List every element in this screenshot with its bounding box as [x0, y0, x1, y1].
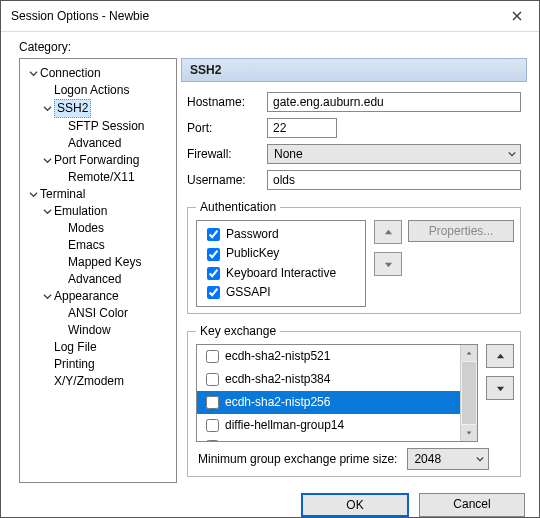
titlebar: Session Options - Newbie	[1, 1, 539, 32]
auth-item: GSSAPI	[203, 283, 359, 302]
dialog-footer: OK Cancel	[1, 483, 539, 518]
kx-min-combo[interactable]: 2048	[407, 448, 489, 470]
kx-check[interactable]	[206, 396, 219, 409]
auth-check-keyboard[interactable]	[207, 267, 220, 280]
kx-legend: Key exchange	[196, 324, 280, 338]
tree-mapped-keys[interactable]: Mapped Keys	[54, 254, 141, 271]
auth-check-password[interactable]	[207, 228, 220, 241]
chevron-down-icon[interactable]	[40, 292, 54, 301]
auth-move-up[interactable]	[374, 220, 402, 244]
hostname-input[interactable]	[267, 92, 521, 112]
tree-terminal[interactable]: Terminal	[40, 187, 85, 201]
kx-scrollbar[interactable]	[460, 345, 477, 441]
session-options-dialog: Session Options - Newbie Category: Conne…	[0, 0, 540, 518]
kx-check[interactable]	[206, 350, 219, 363]
hostname-label: Hostname:	[187, 95, 257, 109]
kx-min-label: Minimum group exchange prime size:	[198, 452, 397, 466]
auth-move-down[interactable]	[374, 252, 402, 276]
kx-item: diffie-hellman-group-exchange-sha256	[197, 437, 460, 441]
port-label: Port:	[187, 121, 257, 135]
tree-log-file[interactable]: Log File	[40, 339, 97, 356]
chevron-down-icon[interactable]	[40, 156, 54, 165]
category-tree[interactable]: Connection Logon Actions SSH2 SFTP Sessi…	[19, 58, 177, 483]
auth-check-publickey[interactable]	[207, 248, 220, 261]
settings-pane: SSH2 Hostname: Port: Firewall: None User…	[181, 58, 527, 483]
firewall-value: None	[274, 147, 303, 161]
tree-connection[interactable]: Connection	[40, 66, 101, 80]
chevron-down-icon[interactable]	[26, 69, 40, 78]
ok-button[interactable]: OK	[301, 493, 409, 517]
auth-item: PublicKey	[203, 244, 359, 263]
kx-check[interactable]	[206, 419, 219, 432]
tree-advanced-ssh[interactable]: Advanced	[54, 135, 121, 152]
kx-item-selected: ecdh-sha2-nistp256	[197, 391, 460, 414]
tree-ansi-color[interactable]: ANSI Color	[54, 305, 128, 322]
dialog-body: Category: Connection Logon Actions SSH2 …	[1, 32, 539, 518]
kx-group: Key exchange ecdh-sha2-nistp521 ecdh-sha…	[187, 324, 521, 477]
close-icon	[512, 11, 522, 21]
tree-sftp-session[interactable]: SFTP Session	[54, 118, 144, 135]
firewall-label: Firewall:	[187, 147, 257, 161]
tree-remote-x11[interactable]: Remote/X11	[54, 169, 135, 186]
kx-list[interactable]: ecdh-sha2-nistp521 ecdh-sha2-nistp384 ec…	[196, 344, 478, 442]
kx-check[interactable]	[206, 373, 219, 386]
kx-move-down[interactable]	[486, 376, 514, 400]
kx-item: ecdh-sha2-nistp384	[197, 368, 460, 391]
auth-side: Properties...	[374, 220, 514, 307]
chevron-down-icon[interactable]	[26, 190, 40, 199]
auth-group: Authentication Password PublicKey Keyboa…	[187, 200, 521, 314]
tree-xyzmodem[interactable]: X/Y/Zmodem	[40, 373, 124, 390]
form-grid: Hostname: Port: Firewall: None Username:	[181, 82, 527, 196]
auth-legend: Authentication	[196, 200, 280, 214]
auth-check-gssapi[interactable]	[207, 286, 220, 299]
tree-logon-actions[interactable]: Logon Actions	[40, 82, 129, 99]
close-button[interactable]	[494, 1, 539, 31]
tree-printing[interactable]: Printing	[40, 356, 95, 373]
scroll-up-icon[interactable]	[461, 345, 477, 361]
category-label: Category:	[1, 32, 539, 58]
tree-emulation[interactable]: Emulation	[54, 204, 107, 218]
kx-item: ecdh-sha2-nistp521	[197, 345, 460, 368]
tree-advanced-emu[interactable]: Advanced	[54, 271, 121, 288]
auth-properties-button[interactable]: Properties...	[408, 220, 514, 242]
username-input[interactable]	[267, 170, 521, 190]
auth-item: Password	[203, 225, 359, 244]
chevron-down-icon[interactable]	[40, 207, 54, 216]
window-title: Session Options - Newbie	[11, 9, 149, 23]
tree-port-forwarding[interactable]: Port Forwarding	[54, 153, 139, 167]
kx-check[interactable]	[206, 440, 219, 441]
chevron-down-icon[interactable]	[40, 104, 54, 113]
tree-modes[interactable]: Modes	[54, 220, 104, 237]
auth-item: Keyboard Interactive	[203, 264, 359, 283]
scroll-thumb[interactable]	[462, 362, 476, 424]
firewall-combo[interactable]: None	[267, 144, 521, 164]
chevron-down-icon	[476, 455, 484, 463]
kx-item: diffie-hellman-group14	[197, 414, 460, 437]
scroll-down-icon[interactable]	[461, 425, 477, 441]
tree-appearance[interactable]: Appearance	[54, 289, 119, 303]
auth-list[interactable]: Password PublicKey Keyboard Interactive …	[196, 220, 366, 307]
tree-emacs[interactable]: Emacs	[54, 237, 105, 254]
kx-move-up[interactable]	[486, 344, 514, 368]
port-input[interactable]	[267, 118, 337, 138]
columns: Connection Logon Actions SSH2 SFTP Sessi…	[1, 58, 539, 483]
section-heading: SSH2	[181, 58, 527, 82]
chevron-down-icon	[508, 147, 516, 161]
tree-ssh2[interactable]: SSH2	[54, 99, 91, 118]
kx-min-value: 2048	[414, 452, 441, 466]
username-label: Username:	[187, 173, 257, 187]
cancel-button[interactable]: Cancel	[419, 493, 525, 517]
tree-window[interactable]: Window	[54, 322, 111, 339]
